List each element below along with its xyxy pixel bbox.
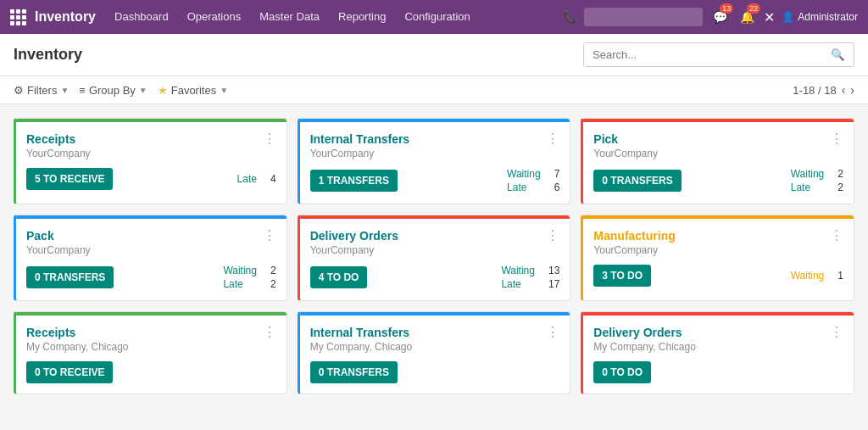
card-menu-button[interactable]: ⋮ <box>263 326 276 339</box>
card-stats: 5 TO RECEIVE Late 4 <box>26 168 276 190</box>
subheader: Inventory 🔍 <box>0 34 868 76</box>
grid-menu-icon[interactable] <box>10 9 26 25</box>
stat-label: Waiting <box>507 168 541 180</box>
card-action-button[interactable]: 4 TO DO <box>310 266 368 288</box>
card-title[interactable]: Internal Transfers <box>310 132 410 146</box>
stat-value: 2 <box>270 265 276 276</box>
inventory-card: Manufacturing YourCompany ⋮ 3 TO DO Wait… <box>581 215 854 301</box>
favorites-label: Favorites <box>171 84 216 97</box>
card-action-button[interactable]: 0 TO RECEIVE <box>26 361 113 383</box>
close-icon[interactable]: ✕ <box>764 9 775 25</box>
badge-count-1: 13 <box>720 3 733 14</box>
card-stats: 0 TO DO <box>593 361 843 383</box>
groupby-icon: ≡ <box>79 84 86 97</box>
card-header: Pick YourCompany ⋮ <box>593 132 843 159</box>
card-stats: 1 TRANSFERS Waiting 7 Late 6 <box>310 168 560 193</box>
nav-masterdata[interactable]: Master Data <box>251 0 328 34</box>
card-title-group: Pack YourCompany <box>26 229 91 256</box>
card-title[interactable]: Delivery Orders <box>310 229 398 243</box>
card-title-group: Delivery Orders My Company, Chicago <box>593 326 696 353</box>
card-title[interactable]: Receipts <box>26 132 75 146</box>
favorites-button[interactable]: ★ Favorites ▼ <box>158 84 228 97</box>
card-header: Delivery Orders YourCompany ⋮ <box>310 229 560 256</box>
groupby-label: Group By <box>89 84 136 97</box>
nav-right-controls: 📞 💬 13 🔔 22 ✕ 👤 Administrator <box>563 7 858 27</box>
stat-group: Waiting 1 <box>791 270 843 282</box>
search-button[interactable]: 🔍 <box>822 43 854 66</box>
stat-value: 13 <box>548 265 559 276</box>
card-action-button[interactable]: 5 TO RECEIVE <box>26 168 113 190</box>
stat-item: Waiting 1 <box>791 270 843 282</box>
username: Administrator <box>798 11 858 23</box>
card-title[interactable]: Pick <box>593 132 618 146</box>
card-menu-button[interactable]: ⋮ <box>830 132 843 146</box>
stat-group: Waiting 2 Late 2 <box>223 265 275 290</box>
card-action-button[interactable]: 0 TO DO <box>593 361 651 383</box>
nav-search-input[interactable] <box>584 8 703 26</box>
page-title: Inventory <box>14 46 583 64</box>
search-container: 🔍 <box>583 42 854 67</box>
card-body: Delivery Orders YourCompany ⋮ 4 TO DO Wa… <box>300 219 570 300</box>
card-title[interactable]: Manufacturing <box>593 229 675 243</box>
inventory-card: Delivery Orders My Company, Chicago ⋮ 0 … <box>581 311 854 394</box>
search-input[interactable] <box>584 43 822 66</box>
card-action-button[interactable]: 0 TRANSFERS <box>593 170 681 192</box>
stat-label: Late <box>507 181 526 193</box>
card-title[interactable]: Delivery Orders <box>593 326 682 339</box>
card-menu-button[interactable]: ⋮ <box>546 132 559 146</box>
groupby-button[interactable]: ≡ Group By ▼ <box>79 84 147 97</box>
card-menu-button[interactable]: ⋮ <box>546 326 559 339</box>
card-stats: 0 TRANSFERS <box>310 361 560 383</box>
filters-arrow: ▼ <box>60 86 69 95</box>
card-title-group: Delivery Orders YourCompany <box>310 229 398 256</box>
stat-label: Late <box>223 278 242 290</box>
badge-count-2: 22 <box>747 3 760 14</box>
notification-badge-1[interactable]: 💬 13 <box>709 7 730 27</box>
card-menu-button[interactable]: ⋮ <box>830 326 843 339</box>
card-title-group: Internal Transfers YourCompany <box>310 132 410 159</box>
card-header: Receipts My Company, Chicago ⋮ <box>26 326 276 353</box>
prev-page-button[interactable]: ‹ <box>842 83 846 97</box>
notification-badge-2[interactable]: 🔔 22 <box>737 7 757 27</box>
card-menu-button[interactable]: ⋮ <box>830 229 843 243</box>
inventory-card: Receipts YourCompany ⋮ 5 TO RECEIVE Late… <box>14 118 287 204</box>
filters-label: Filters <box>27 84 57 97</box>
app-logo[interactable]: Inventory <box>10 9 96 25</box>
stat-value: 7 <box>554 168 560 180</box>
card-title[interactable]: Pack <box>26 229 54 243</box>
card-stats: 3 TO DO Waiting 1 <box>593 265 843 287</box>
card-title[interactable]: Receipts <box>26 326 75 339</box>
card-company: My Company, Chicago <box>26 341 129 353</box>
stat-item: Late 2 <box>791 181 843 193</box>
card-title-group: Manufacturing YourCompany <box>593 229 675 256</box>
nav-dashboard[interactable]: Dashboard <box>106 0 177 34</box>
card-header: Receipts YourCompany ⋮ <box>26 132 276 159</box>
nav-reporting[interactable]: Reporting <box>330 0 394 34</box>
card-menu-button[interactable]: ⋮ <box>263 132 276 146</box>
next-page-button[interactable]: › <box>850 83 854 97</box>
stat-group: Late 4 <box>237 173 276 185</box>
user-menu[interactable]: 👤 Administrator <box>782 11 858 23</box>
card-company: YourCompany <box>26 244 91 256</box>
card-title[interactable]: Internal Transfers <box>310 326 410 339</box>
nav-configuration[interactable]: Configuration <box>396 0 478 34</box>
filter-icon: ⚙ <box>14 84 24 97</box>
cards-grid: Receipts YourCompany ⋮ 5 TO RECEIVE Late… <box>14 118 854 394</box>
card-menu-button[interactable]: ⋮ <box>263 229 276 243</box>
card-action-button[interactable]: 3 TO DO <box>593 265 651 287</box>
card-header: Delivery Orders My Company, Chicago ⋮ <box>593 326 843 353</box>
nav-operations[interactable]: Operations <box>179 0 250 34</box>
card-action-button[interactable]: 0 TRANSFERS <box>310 361 398 383</box>
card-body: Internal Transfers My Company, Chicago ⋮… <box>300 316 570 394</box>
card-body: Internal Transfers YourCompany ⋮ 1 TRANS… <box>300 122 570 204</box>
stat-item: Late 17 <box>501 278 559 290</box>
stat-item: Waiting 2 <box>791 168 843 180</box>
card-title-group: Internal Transfers My Company, Chicago <box>310 326 413 353</box>
card-menu-button[interactable]: ⋮ <box>546 229 559 243</box>
star-icon: ★ <box>158 84 168 97</box>
stat-item: Late 6 <box>507 181 559 193</box>
app-name: Inventory <box>35 9 96 25</box>
card-action-button[interactable]: 0 TRANSFERS <box>26 266 114 288</box>
filters-button[interactable]: ⚙ Filters ▼ <box>14 84 69 97</box>
card-action-button[interactable]: 1 TRANSFERS <box>310 170 398 192</box>
